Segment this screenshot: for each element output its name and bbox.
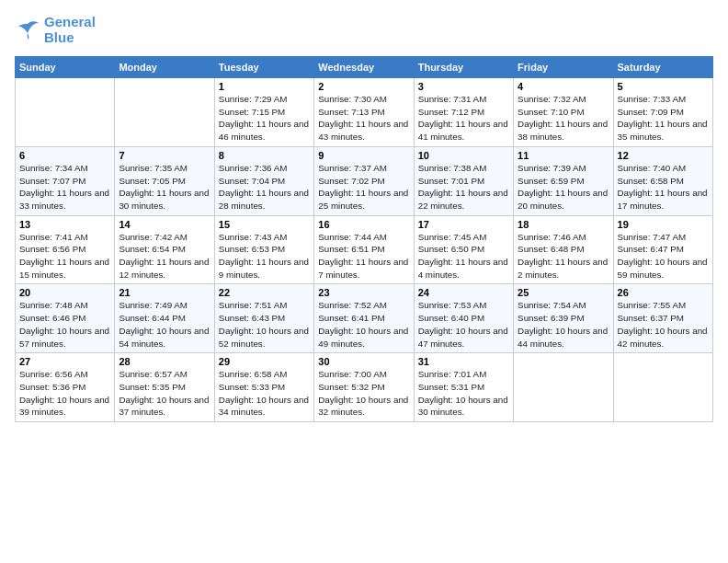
calendar-cell: 12Sunrise: 7:40 AM Sunset: 6:58 PM Dayli… (613, 146, 712, 215)
day-info: Sunrise: 7:01 AM Sunset: 5:31 PM Dayligh… (418, 368, 509, 419)
day-info: Sunrise: 7:30 AM Sunset: 7:13 PM Dayligh… (318, 93, 409, 144)
calendar-cell: 15Sunrise: 7:43 AM Sunset: 6:53 PM Dayli… (214, 215, 313, 284)
day-number: 16 (318, 219, 409, 230)
day-number: 31 (418, 356, 509, 367)
calendar-cell: 7Sunrise: 7:35 AM Sunset: 7:05 PM Daylig… (115, 146, 214, 215)
calendar-week-row: 13Sunrise: 7:41 AM Sunset: 6:56 PM Dayli… (16, 215, 713, 284)
day-number: 30 (318, 356, 409, 367)
weekday-header: Wednesday (314, 57, 414, 78)
calendar-cell: 17Sunrise: 7:45 AM Sunset: 6:50 PM Dayli… (414, 215, 513, 284)
day-info: Sunrise: 7:31 AM Sunset: 7:12 PM Dayligh… (418, 93, 509, 144)
day-number: 28 (119, 356, 210, 367)
day-info: Sunrise: 7:44 AM Sunset: 6:51 PM Dayligh… (318, 231, 409, 282)
day-number: 20 (19, 287, 110, 298)
calendar-cell (613, 353, 712, 422)
day-info: Sunrise: 7:42 AM Sunset: 6:54 PM Dayligh… (119, 231, 210, 282)
day-number: 15 (219, 219, 310, 230)
day-number: 3 (418, 81, 509, 92)
day-info: Sunrise: 7:00 AM Sunset: 5:32 PM Dayligh… (318, 368, 409, 419)
day-number: 10 (418, 150, 509, 161)
day-number: 11 (518, 150, 609, 161)
day-number: 12 (618, 150, 709, 161)
day-info: Sunrise: 7:43 AM Sunset: 6:53 PM Dayligh… (219, 231, 310, 282)
calendar-cell: 9Sunrise: 7:37 AM Sunset: 7:02 PM Daylig… (314, 146, 414, 215)
day-number: 29 (219, 356, 310, 367)
day-number: 26 (618, 287, 709, 298)
calendar-cell: 5Sunrise: 7:33 AM Sunset: 7:09 PM Daylig… (613, 78, 712, 147)
day-info: Sunrise: 7:53 AM Sunset: 6:40 PM Dayligh… (418, 299, 509, 350)
logo: General Blue (15, 15, 96, 45)
calendar-cell: 6Sunrise: 7:34 AM Sunset: 7:07 PM Daylig… (16, 146, 115, 215)
calendar-cell: 22Sunrise: 7:51 AM Sunset: 6:43 PM Dayli… (214, 284, 313, 353)
weekday-header: Friday (514, 57, 613, 78)
day-info: Sunrise: 7:55 AM Sunset: 6:37 PM Dayligh… (618, 299, 709, 350)
day-info: Sunrise: 7:33 AM Sunset: 7:09 PM Dayligh… (618, 93, 709, 144)
calendar-cell (115, 78, 214, 147)
day-info: Sunrise: 7:46 AM Sunset: 6:48 PM Dayligh… (518, 231, 609, 282)
day-number: 8 (219, 150, 310, 161)
calendar-cell: 1Sunrise: 7:29 AM Sunset: 7:15 PM Daylig… (214, 78, 313, 147)
day-number: 14 (119, 219, 210, 230)
calendar-header-row: SundayMondayTuesdayWednesdayThursdayFrid… (16, 57, 713, 78)
calendar-cell (514, 353, 613, 422)
day-info: Sunrise: 7:54 AM Sunset: 6:39 PM Dayligh… (518, 299, 609, 350)
calendar-cell: 11Sunrise: 7:39 AM Sunset: 6:59 PM Dayli… (514, 146, 613, 215)
day-info: Sunrise: 7:39 AM Sunset: 6:59 PM Dayligh… (518, 162, 609, 213)
day-number: 13 (19, 219, 110, 230)
day-number: 17 (418, 219, 509, 230)
day-number: 21 (119, 287, 210, 298)
page-header: General Blue (15, 15, 713, 45)
day-info: Sunrise: 7:45 AM Sunset: 6:50 PM Dayligh… (418, 231, 509, 282)
calendar-cell: 31Sunrise: 7:01 AM Sunset: 5:31 PM Dayli… (414, 353, 513, 422)
day-info: Sunrise: 7:41 AM Sunset: 6:56 PM Dayligh… (19, 231, 110, 282)
calendar-cell: 20Sunrise: 7:48 AM Sunset: 6:46 PM Dayli… (16, 284, 115, 353)
day-number: 2 (318, 81, 409, 92)
calendar-week-row: 1Sunrise: 7:29 AM Sunset: 7:15 PM Daylig… (16, 78, 713, 147)
day-info: Sunrise: 7:35 AM Sunset: 7:05 PM Dayligh… (119, 162, 210, 213)
calendar-cell: 14Sunrise: 7:42 AM Sunset: 6:54 PM Dayli… (115, 215, 214, 284)
logo-icon (15, 20, 40, 40)
weekday-header: Thursday (414, 57, 513, 78)
weekday-header: Sunday (16, 57, 115, 78)
day-info: Sunrise: 7:34 AM Sunset: 7:07 PM Dayligh… (19, 162, 110, 213)
calendar-cell: 27Sunrise: 6:56 AM Sunset: 5:36 PM Dayli… (16, 353, 115, 422)
calendar-week-row: 27Sunrise: 6:56 AM Sunset: 5:36 PM Dayli… (16, 353, 713, 422)
calendar-week-row: 20Sunrise: 7:48 AM Sunset: 6:46 PM Dayli… (16, 284, 713, 353)
day-info: Sunrise: 7:40 AM Sunset: 6:58 PM Dayligh… (618, 162, 709, 213)
calendar-cell: 29Sunrise: 6:58 AM Sunset: 5:33 PM Dayli… (214, 353, 313, 422)
day-info: Sunrise: 7:29 AM Sunset: 7:15 PM Dayligh… (219, 93, 310, 144)
calendar-cell: 10Sunrise: 7:38 AM Sunset: 7:01 PM Dayli… (414, 146, 513, 215)
day-number: 23 (318, 287, 409, 298)
day-number: 22 (219, 287, 310, 298)
calendar-cell: 13Sunrise: 7:41 AM Sunset: 6:56 PM Dayli… (16, 215, 115, 284)
calendar-table: SundayMondayTuesdayWednesdayThursdayFrid… (15, 56, 713, 422)
day-info: Sunrise: 6:56 AM Sunset: 5:36 PM Dayligh… (19, 368, 110, 419)
day-info: Sunrise: 7:36 AM Sunset: 7:04 PM Dayligh… (219, 162, 310, 213)
calendar-cell: 26Sunrise: 7:55 AM Sunset: 6:37 PM Dayli… (613, 284, 712, 353)
day-info: Sunrise: 7:52 AM Sunset: 6:41 PM Dayligh… (318, 299, 409, 350)
day-info: Sunrise: 7:49 AM Sunset: 6:44 PM Dayligh… (119, 299, 210, 350)
day-info: Sunrise: 7:38 AM Sunset: 7:01 PM Dayligh… (418, 162, 509, 213)
day-number: 4 (518, 81, 609, 92)
calendar-cell: 3Sunrise: 7:31 AM Sunset: 7:12 PM Daylig… (414, 78, 513, 147)
day-number: 27 (19, 356, 110, 367)
calendar-cell: 30Sunrise: 7:00 AM Sunset: 5:32 PM Dayli… (314, 353, 414, 422)
day-info: Sunrise: 7:47 AM Sunset: 6:47 PM Dayligh… (618, 231, 709, 282)
calendar-cell: 19Sunrise: 7:47 AM Sunset: 6:47 PM Dayli… (613, 215, 712, 284)
weekday-header: Saturday (613, 57, 712, 78)
day-info: Sunrise: 6:57 AM Sunset: 5:35 PM Dayligh… (119, 368, 210, 419)
day-info: Sunrise: 6:58 AM Sunset: 5:33 PM Dayligh… (219, 368, 310, 419)
weekday-header: Monday (115, 57, 214, 78)
day-number: 7 (119, 150, 210, 161)
calendar-cell (16, 78, 115, 147)
day-number: 19 (618, 219, 709, 230)
calendar-cell: 25Sunrise: 7:54 AM Sunset: 6:39 PM Dayli… (514, 284, 613, 353)
day-info: Sunrise: 7:48 AM Sunset: 6:46 PM Dayligh… (19, 299, 110, 350)
calendar-cell: 18Sunrise: 7:46 AM Sunset: 6:48 PM Dayli… (514, 215, 613, 284)
day-number: 5 (618, 81, 709, 92)
calendar-cell: 16Sunrise: 7:44 AM Sunset: 6:51 PM Dayli… (314, 215, 414, 284)
calendar-cell: 24Sunrise: 7:53 AM Sunset: 6:40 PM Dayli… (414, 284, 513, 353)
day-number: 24 (418, 287, 509, 298)
day-info: Sunrise: 7:32 AM Sunset: 7:10 PM Dayligh… (518, 93, 609, 144)
calendar-cell: 21Sunrise: 7:49 AM Sunset: 6:44 PM Dayli… (115, 284, 214, 353)
